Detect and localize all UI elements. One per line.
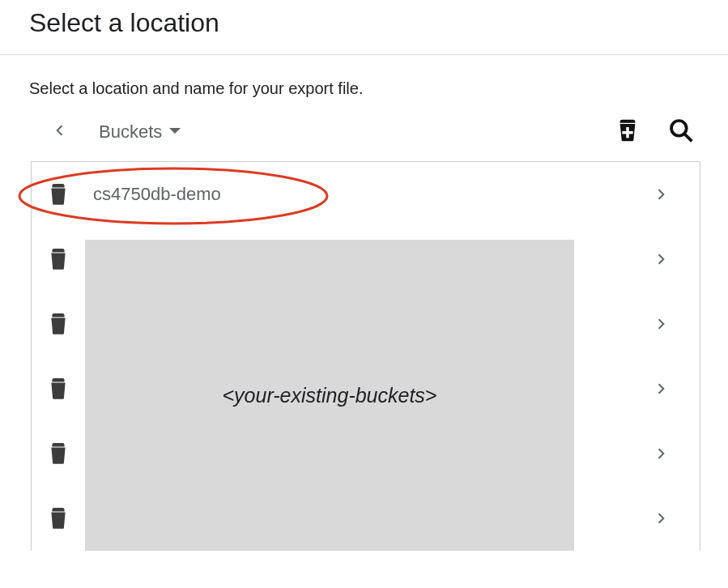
bucket-plus-icon [615,117,641,143]
svg-rect-1 [622,131,632,134]
breadcrumb-dropdown[interactable]: Buckets [99,121,181,143]
bucket-icon [48,248,69,271]
dialog-title: Select a location [29,8,699,38]
create-bucket-button[interactable] [615,117,641,147]
instruction-text: Select a location and name for your expo… [0,55,728,113]
chevron-right-icon [653,380,671,398]
file-browser-toolbar: Buckets [0,113,728,161]
back-button[interactable] [50,121,68,143]
redaction-placeholder-text: <your-existing-buckets> [223,384,437,407]
bucket-icon [48,442,69,465]
chevron-right-icon [653,315,671,333]
bucket-row-cs4750db-demo[interactable]: cs4750db-demo [32,162,700,227]
caret-down-icon [168,125,181,139]
bucket-list: cs4750db-demo [31,161,700,551]
chevron-right-icon [653,250,671,268]
redaction-overlay: <your-existing-buckets> [85,240,574,551]
dialog-header: Select a location [0,0,728,55]
search-button[interactable] [668,117,694,147]
chevron-left-icon [50,121,68,139]
chevron-right-icon [653,185,671,203]
bucket-name-label: cs4750db-demo [93,184,221,205]
bucket-icon [48,507,69,530]
bucket-icon [48,183,69,206]
bucket-icon [48,377,69,400]
svg-line-3 [684,134,692,141]
search-icon [668,117,694,143]
svg-point-2 [671,121,687,136]
breadcrumb-label: Buckets [99,121,162,143]
bucket-icon [48,313,69,335]
chevron-right-icon [653,445,671,462]
chevron-right-icon [653,509,671,527]
